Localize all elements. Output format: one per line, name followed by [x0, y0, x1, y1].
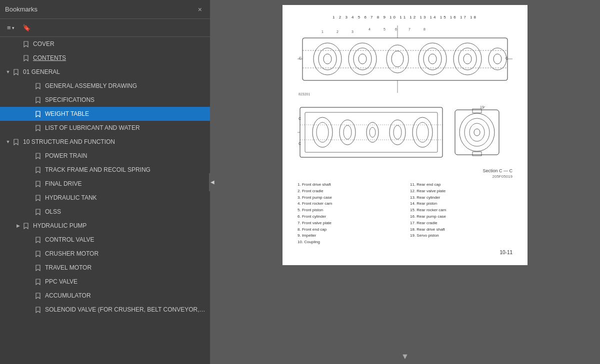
svg-text:3: 3: [352, 30, 354, 33]
bookmark-label: ACCUMULATOR: [45, 292, 206, 299]
svg-rect-34: [300, 107, 442, 157]
legend-col-1: 1. Front drive shaft2. Front cradle3. Fr…: [298, 182, 400, 246]
bookmark-item-olss[interactable]: OLSS: [0, 205, 210, 219]
legend-item: 14. Rear piston: [410, 201, 512, 207]
svg-point-11: [428, 54, 436, 64]
diagram-bottom-side: 19: [452, 102, 502, 167]
legend-item: 9. Impeller: [298, 233, 400, 239]
svg-text:C: C: [298, 142, 301, 145]
bookmark-label: TRAVEL MOTOR: [45, 264, 206, 271]
svg-point-40: [366, 122, 378, 142]
svg-rect-56: [472, 109, 482, 113]
bookmark-item-crusher-motor[interactable]: CRUSHER MOTOR: [0, 247, 210, 261]
svg-point-38: [340, 120, 356, 145]
bookmark-label: GENERAL ASSEMBLY DRAWING: [45, 82, 206, 89]
bookmark-label: LIST OF LUBRICANT AND WATER: [45, 124, 206, 131]
bookmark-icon: [34, 181, 42, 187]
bookmark-item-travel-motor[interactable]: TRAVEL MOTOR: [0, 261, 210, 275]
options-dropdown-icon: ▾: [12, 25, 14, 30]
panel-header: Bookmarks ×: [0, 0, 210, 19]
legend-col-2: 11. Rear end cap12. Rear valve plate13. …: [410, 182, 512, 246]
panel-title: Bookmarks: [5, 5, 38, 13]
svg-text:2: 2: [336, 30, 338, 33]
legend-item: 3. Front pump case: [298, 195, 400, 201]
svg-point-55: [474, 129, 480, 136]
legend-item: 4. Front rocker cam: [298, 201, 400, 207]
bookmark-icon: [34, 97, 42, 103]
legend-item: 13. Rear cylinder: [410, 195, 512, 201]
bookmark-item-cover[interactable]: COVER: [0, 37, 210, 51]
legend-item: 15. Rear rocker cam: [410, 207, 512, 214]
document-view: ▲ 1 2 3 4 5 6 7 8 9 10 11 12 13 14 15 16…: [210, 0, 600, 364]
options-icon: ≡: [7, 24, 11, 31]
bookmark-icon: [34, 293, 42, 299]
bookmark-label: SPECIFICATIONS: [45, 96, 206, 103]
bookmark-item-track-frame[interactable]: TRACK FRAME AND RECOIL SPRING: [0, 163, 210, 177]
page-down-button[interactable]: ▼: [397, 350, 413, 363]
bookmark-icon: [22, 223, 30, 229]
bookmark-label: POWER TRAIN: [45, 152, 206, 159]
svg-point-53: [464, 118, 490, 146]
bookmark-item-weight-table[interactable]: WEIGHT TABLE: [0, 107, 210, 121]
options-button[interactable]: ≡ ▾: [4, 22, 18, 33]
bookmark-label: CONTROL VALVE: [45, 236, 206, 243]
bookmark-icon-button[interactable]: 🔖: [20, 22, 34, 33]
diagram-top: C C 1 2 3 4 5 6 7 8 823201: [298, 20, 512, 100]
bookmark-icon: [22, 55, 30, 61]
legend-item: 11. Rear end cap: [410, 182, 512, 188]
svg-point-52: [460, 113, 494, 151]
section-label: Section C — C: [298, 168, 512, 173]
svg-point-41: [370, 127, 376, 137]
collapse-panel-button[interactable]: ◀: [209, 173, 216, 191]
bookmark-label: SOLENOID VALVE (FOR CRUSHER, BELT CONVEY…: [45, 306, 206, 313]
bookmark-icon: [34, 167, 42, 173]
bookmark-item-hydraulic-tank[interactable]: HYDRAULIC TANK: [0, 191, 210, 205]
svg-point-54: [470, 123, 484, 141]
legend-item: 18. Rear drive shaft: [410, 227, 512, 233]
legend-item: 17. Rear cradle: [410, 220, 512, 227]
bookmark-item-final-drive[interactable]: FINAL DRIVE: [0, 177, 210, 191]
bookmark-item-hydraulic-pump[interactable]: ▶HYDRAULIC PUMP: [0, 219, 210, 233]
bookmark-icon: [34, 237, 42, 243]
bookmark-item-specifications[interactable]: SPECIFICATIONS: [0, 93, 210, 107]
bookmark-icon: [34, 125, 42, 131]
bookmark-label: TRACK FRAME AND RECOIL SPRING: [45, 166, 206, 173]
bookmark-icon: 🔖: [22, 24, 30, 31]
svg-point-10: [424, 48, 442, 70]
diagram-area: 1 2 3 4 5 6 7 8 9 10 11 12 13 14 15 16 1…: [298, 15, 512, 255]
svg-rect-57: [472, 152, 482, 156]
bookmark-item-10-structure[interactable]: ▼10 STRUCTURE AND FUNCTION: [0, 135, 210, 149]
svg-point-2: [318, 48, 336, 70]
svg-rect-51: [455, 110, 499, 155]
document-page: 1 2 3 4 5 6 7 8 9 10 11 12 13 14 15 16 1…: [282, 5, 528, 265]
legend-item: 2. Front cradle: [298, 188, 400, 195]
svg-point-15: [488, 48, 506, 70]
close-button[interactable]: ×: [195, 4, 205, 14]
bookmark-item-ppc-valve[interactable]: PPC VALVE: [0, 275, 210, 289]
legend-area: 1. Front drive shaft2. Front cradle3. Fr…: [298, 182, 512, 246]
svg-text:7: 7: [408, 27, 410, 31]
svg-point-8: [392, 51, 404, 67]
bookmark-item-solenoid-valve[interactable]: SOLENOID VALVE (FOR CRUSHER, BELT CONVEY…: [0, 303, 210, 317]
bookmark-item-lubricant-water[interactable]: LIST OF LUBRICANT AND WATER: [0, 121, 210, 135]
bookmark-icon: [34, 83, 42, 89]
diagram-bottom-main: C C: [298, 102, 448, 167]
bookmark-label: HYDRAULIC PUMP: [33, 222, 206, 229]
bookmark-item-contents[interactable]: CONTENTS: [0, 51, 210, 65]
legend-item: 19. Servo piston: [410, 233, 512, 239]
part-numbers-row: 1 2 3 4 5 6 7 8 9 10 11 12 13 14 15 16 1…: [298, 15, 512, 19]
legend-item: 8. Front end cap: [298, 227, 400, 233]
bookmark-label: PPC VALVE: [45, 278, 206, 285]
bookmark-icon: [34, 251, 42, 257]
bookmark-item-general-assembly[interactable]: GENERAL ASSEMBLY DRAWING: [0, 79, 210, 93]
bookmark-item-01-general[interactable]: ▼01 GENERAL: [0, 65, 210, 79]
svg-text:C: C: [299, 56, 302, 60]
bookmark-label: 10 STRUCTURE AND FUNCTION: [23, 138, 206, 145]
legend-item: 7. Front valve plate: [298, 220, 400, 227]
bookmark-icon: [12, 139, 20, 145]
bookmark-item-accumulator[interactable]: ACCUMULATOR: [0, 289, 210, 303]
bookmark-item-control-valve[interactable]: CONTROL VALVE: [0, 233, 210, 247]
bookmark-item-power-train[interactable]: POWER TRAIN: [0, 149, 210, 163]
svg-text:8: 8: [424, 27, 426, 31]
svg-point-43: [394, 125, 402, 139]
